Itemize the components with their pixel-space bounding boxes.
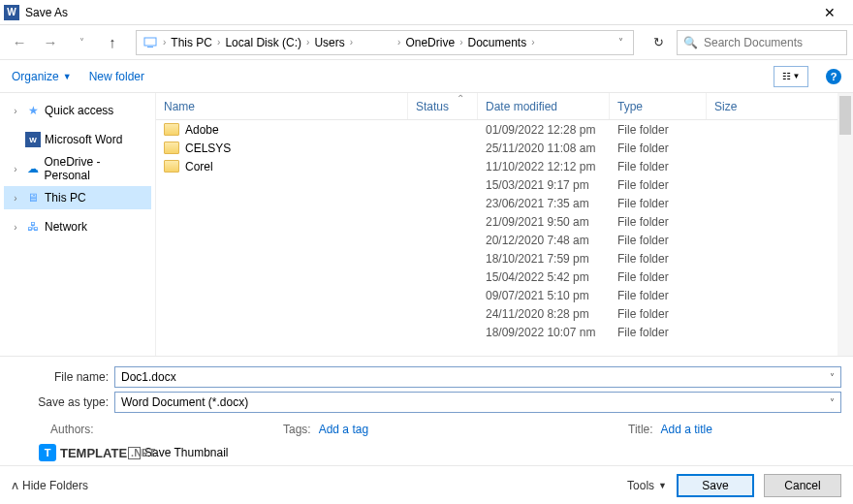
tree-item-this-pc[interactable]: › 🖥 This PC	[4, 186, 151, 209]
column-date-modified[interactable]: Date modified	[478, 93, 610, 119]
back-button[interactable]: ←	[6, 29, 33, 56]
chevron-right-icon[interactable]: ›	[10, 164, 21, 174]
chevron-right-icon[interactable]: ›	[10, 222, 21, 233]
cell-type: File folder	[610, 307, 707, 321]
chevron-up-icon: ʌ	[12, 479, 18, 492]
cell-type: File folder	[610, 160, 707, 173]
table-row[interactable]: 18/09/2022 10:07 nmFile folder	[156, 323, 853, 341]
cell-date: 20/12/2020 7:48 am	[478, 234, 610, 247]
address-bar[interactable]: › This PC › Local Disk (C:) › Users › › …	[136, 30, 634, 55]
tree-item-network[interactable]: › 🖧 Network	[4, 215, 151, 238]
tags-field[interactable]: Tags: Add a tag	[215, 423, 628, 436]
table-row[interactable]: Corel11/10/2022 12:12 pmFile folder	[156, 157, 853, 175]
cell-type: File folder	[610, 197, 707, 210]
authors-label: Authors:	[50, 423, 94, 436]
refresh-button[interactable]: ↻	[644, 30, 673, 55]
close-button[interactable]: ✕	[810, 0, 849, 25]
column-name[interactable]: Name	[156, 93, 408, 119]
star-icon: ★	[25, 103, 41, 118]
new-folder-button[interactable]: New folder	[89, 70, 144, 83]
breadcrumb-item[interactable]: Users	[312, 36, 346, 49]
table-row[interactable]: 15/03/2021 9:17 pmFile folder	[156, 175, 853, 194]
authors-field[interactable]: Authors:	[12, 423, 215, 436]
breadcrumb-item[interactable]: Local Disk (C:)	[223, 36, 303, 49]
chevron-right-icon[interactable]: ›	[10, 193, 21, 204]
help-button[interactable]: ?	[826, 69, 841, 84]
chevron-down-icon: ▼	[793, 72, 801, 80]
cell-name: CELSYS	[156, 142, 408, 155]
forward-button[interactable]: →	[37, 29, 64, 56]
save-type-field[interactable]: Word Document (*.docx) ˅	[114, 392, 841, 413]
save-thumbnail-label: Save Thumbnail	[144, 446, 229, 459]
file-rows: Adobe01/09/2022 12:28 pmFile folderCELSY…	[156, 120, 853, 356]
tree-item-onedrive[interactable]: › ☁ OneDrive - Personal	[4, 157, 151, 180]
table-row[interactable]: 09/07/2021 5:10 pmFile folder	[156, 286, 853, 304]
chevron-down-icon[interactable]: ˅	[830, 372, 835, 383]
chevron-right-icon: ›	[459, 37, 462, 47]
vertical-scrollbar[interactable]	[837, 93, 853, 356]
chevron-down-icon[interactable]: ˅	[830, 397, 835, 408]
chevron-right-icon[interactable]: ›	[10, 106, 21, 116]
folder-icon	[164, 123, 179, 136]
table-row[interactable]: 23/06/2021 7:35 amFile folder	[156, 194, 853, 212]
cell-name: Corel	[156, 160, 408, 173]
chevron-down-icon: ▼	[658, 481, 667, 490]
toolbar: Organize ▼ New folder ☷ ▼ ?	[0, 60, 853, 93]
file-name: CELSYS	[185, 142, 231, 155]
chevron-right-icon: ›	[531, 37, 534, 47]
table-row[interactable]: 20/12/2020 7:48 amFile folder	[156, 231, 853, 249]
table-row[interactable]: Adobe01/09/2022 12:28 pmFile folder	[156, 120, 853, 139]
view-options-button[interactable]: ☷ ▼	[774, 66, 808, 87]
tree-label: This PC	[45, 191, 86, 205]
search-input[interactable]	[704, 36, 840, 49]
up-button[interactable]: ↑	[99, 29, 126, 56]
breadcrumb-item[interactable]: This PC	[169, 36, 214, 49]
title-hint[interactable]: Add a title	[661, 423, 712, 436]
cell-date: 15/03/2021 9:17 pm	[478, 178, 610, 192]
word-icon: W	[25, 132, 41, 147]
filename-field[interactable]: Doc1.docx ˅	[114, 366, 841, 388]
column-headers: ⌃ Name Status Date modified Type Size	[156, 93, 853, 120]
tree-label: Quick access	[45, 104, 113, 117]
tree-item-quick-access[interactable]: › ★ Quick access	[4, 99, 151, 122]
svg-rect-0	[144, 38, 156, 46]
table-row[interactable]: 21/09/2021 9:50 amFile folder	[156, 212, 853, 231]
cell-name: Adobe	[156, 123, 408, 137]
cell-date: 18/10/2021 7:59 pm	[478, 252, 610, 266]
title-field[interactable]: Title: Add a title	[628, 423, 841, 436]
folder-icon	[164, 160, 179, 173]
table-row[interactable]: 24/11/2020 8:28 pmFile folder	[156, 304, 853, 323]
tree-label: OneDrive - Personal	[44, 155, 147, 182]
cell-type: File folder	[610, 252, 707, 266]
organize-menu[interactable]: Organize ▼	[12, 70, 72, 83]
column-type[interactable]: Type	[610, 93, 707, 119]
chevron-right-icon: ›	[163, 37, 166, 47]
nav-tree: › ★ Quick access W Microsoft Word › ☁ On…	[0, 93, 155, 356]
titlebar: W Save As ✕	[0, 0, 853, 25]
table-row[interactable]: 18/10/2021 7:59 pmFile folder	[156, 249, 853, 268]
search-box[interactable]: 🔍	[677, 30, 847, 55]
tags-hint[interactable]: Add a tag	[319, 423, 368, 436]
body: › ★ Quick access W Microsoft Word › ☁ On…	[0, 93, 853, 356]
recent-dropdown-button[interactable]: ˅	[68, 29, 95, 56]
cancel-button[interactable]: Cancel	[764, 474, 841, 497]
table-row[interactable]: 15/04/2022 5:42 pmFile folder	[156, 268, 853, 286]
file-list: ⌃ Name Status Date modified Type Size Ad…	[155, 93, 853, 356]
cell-date: 11/10/2022 12:12 pm	[478, 160, 610, 173]
watermark: T TEMPLATE.NET	[39, 444, 155, 461]
breadcrumb-item[interactable]: Documents	[465, 36, 528, 49]
address-dropdown-button[interactable]: ˅	[613, 37, 629, 47]
save-button[interactable]: Save	[677, 474, 754, 497]
table-row[interactable]: CELSYS25/11/2020 11:08 amFile folder	[156, 139, 853, 157]
tree-item-microsoft-word[interactable]: W Microsoft Word	[4, 128, 151, 151]
scrollbar-thumb[interactable]	[839, 96, 851, 135]
save-type-label: Save as type:	[12, 395, 109, 409]
column-size[interactable]: Size	[707, 93, 853, 119]
cell-type: File folder	[610, 178, 707, 192]
breadcrumb-item[interactable]: OneDrive	[403, 36, 457, 49]
tools-menu[interactable]: Tools ▼	[627, 479, 667, 492]
hide-folders-button[interactable]: ʌ Hide Folders	[12, 479, 88, 492]
cell-type: File folder	[610, 326, 707, 339]
column-status[interactable]: Status	[408, 93, 478, 119]
chevron-right-icon: ›	[217, 37, 220, 47]
